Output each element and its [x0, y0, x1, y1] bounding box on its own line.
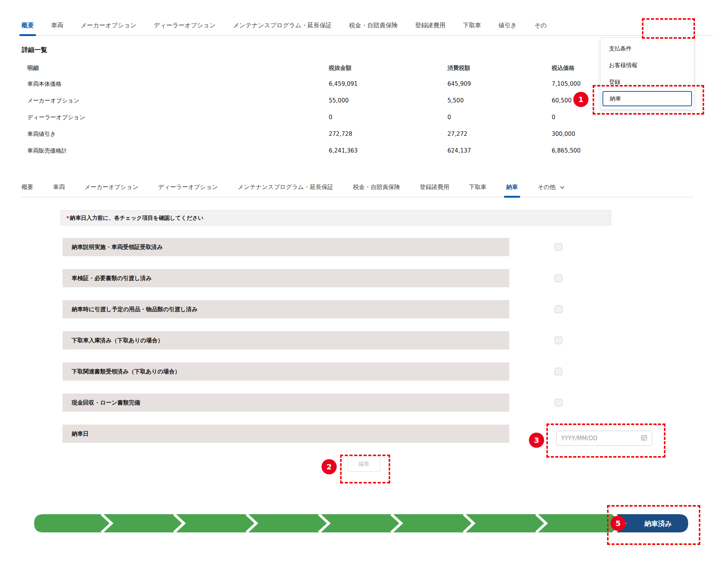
tab2-other-label: その他 — [538, 184, 555, 190]
tab-registration-fees[interactable]: 登録諸費用 — [415, 22, 446, 35]
tab2-maker-options[interactable]: メーカーオプション — [85, 183, 138, 197]
required-asterisk: * — [66, 215, 69, 221]
menu-item-payment-terms[interactable]: 支払条件 — [601, 40, 694, 57]
annotation-step-3: 3 — [529, 433, 544, 448]
list-item: 車検証・必要書類の引渡し済み — [63, 269, 728, 287]
row-label: ディーラーオプション — [27, 114, 329, 121]
other-tab-dropdown: 支払条件 お客様情報 登録 納車 — [600, 38, 694, 110]
checkbox-tradein-docs[interactable] — [555, 368, 562, 375]
date-placeholder: YYYY/MM/DD — [561, 435, 641, 442]
row-label: 車両販売価格計 — [27, 147, 329, 154]
check-label-bar: 納車日 — [63, 425, 509, 443]
annotation-step-5: 5 — [610, 516, 626, 531]
row-tax: 0 — [447, 114, 552, 121]
tab2-maintenance-warranty[interactable]: メンテナンスプログラム・延長保証 — [238, 183, 333, 197]
chevron-down-icon — [560, 184, 565, 190]
tab-vehicle[interactable]: 車両 — [51, 22, 63, 35]
tab-overview[interactable]: 概要 — [22, 22, 34, 35]
edit-row: 編集 — [0, 456, 728, 472]
tab2-overview[interactable]: 概要 — [22, 183, 33, 197]
col-header-item: 明細 — [27, 65, 329, 72]
row-label: 車両値引き — [27, 131, 329, 138]
row-pretax: 272,728 — [329, 131, 447, 137]
list-item-delivery-date: 納車日 YYYY/MM/DD — [63, 425, 728, 443]
row-pretax: 6,459,091 — [329, 80, 447, 87]
list-item: 下取車入庫済み（下取ありの場合） — [63, 331, 728, 349]
tab-trade-in[interactable]: 下取車 — [463, 22, 481, 35]
row-pretax: 55,000 — [329, 97, 447, 104]
tab-other[interactable]: その — [534, 22, 547, 35]
row-tax: 645,909 — [447, 80, 552, 87]
check-label-bar: 車検証・必要書類の引渡し済み — [63, 269, 509, 287]
row-tax: 27,272 — [447, 131, 552, 137]
checkbox-tradein-received[interactable] — [555, 337, 562, 344]
check-label-bar: 現金回収・ローン書類完備 — [63, 394, 509, 412]
secondary-tabbar: 概要 車両 メーカーオプション ディーラーオプション メンテナンスプログラム・延… — [22, 179, 694, 197]
status-progress-bar: 納車済み — [34, 514, 688, 532]
table-row: 車両値引き 272,728 27,272 300,000 — [27, 126, 713, 142]
notice-bar: * 納車日入力前に、各チェック項目を確認してください — [61, 210, 611, 225]
checkbox-inspection-docs[interactable] — [555, 274, 562, 282]
col-header-tax: 消費税額 — [447, 65, 552, 72]
check-label-bar: 納車時に引渡し予定の用品・物品類の引渡し済み — [63, 300, 509, 318]
checkbox-payment-docs[interactable] — [555, 399, 562, 406]
delivery-checklist: 納車説明実施・車両受領証受取済み 車検証・必要書類の引渡し済み 納車時に引渡し予… — [63, 238, 728, 443]
list-item: 納車時に引渡し予定の用品・物品類の引渡し済み — [63, 300, 728, 318]
row-total: 6,865,500 — [552, 147, 713, 154]
tab2-other[interactable]: その他 — [538, 183, 565, 197]
delivery-date-input[interactable]: YYYY/MM/DD — [556, 431, 652, 446]
row-total: 300,000 — [552, 131, 713, 137]
menu-item-delivery[interactable]: 納車 — [602, 91, 692, 106]
tab-dealer-options[interactable]: ディーラーオプション — [154, 22, 216, 35]
row-tax: 624,137 — [447, 147, 552, 154]
notice-text: 納車日入力前に、各チェック項目を確認してください — [70, 214, 204, 222]
tab-tax-insurance[interactable]: 税金・自賠責保険 — [349, 22, 398, 35]
menu-item-customer-info[interactable]: お客様情報 — [601, 57, 694, 74]
annotation-step-2: 2 — [322, 459, 337, 474]
row-pretax: 6,241,363 — [329, 147, 447, 154]
list-item: 納車説明実施・車両受領証受取済み — [63, 238, 728, 256]
progress-final-label: 納車済み — [644, 519, 672, 527]
list-item: 現金回収・ローン書類完備 — [63, 394, 728, 412]
checkbox-delivery-explained[interactable] — [555, 243, 562, 251]
check-label-bar: 下取関連書類受領済み（下取ありの場合） — [63, 362, 509, 381]
calendar-icon[interactable] — [641, 434, 647, 442]
row-label: メーカーオプション — [27, 97, 329, 104]
col-header-pretax: 税抜金額 — [329, 65, 447, 72]
row-pretax: 0 — [329, 114, 447, 121]
row-tax: 5,500 — [447, 97, 552, 104]
tab2-dealer-options[interactable]: ディーラーオプション — [158, 183, 218, 197]
tab-discount[interactable]: 値引き — [499, 22, 517, 35]
tab2-registration-fees[interactable]: 登録諸費用 — [420, 183, 449, 197]
menu-item-registration[interactable]: 登録 — [601, 74, 694, 90]
check-label-bar: 納車説明実施・車両受領証受取済み — [63, 238, 509, 256]
tab2-tax-insurance[interactable]: 税金・自賠責保険 — [353, 183, 400, 197]
check-label-bar: 下取車入庫済み（下取ありの場合） — [63, 331, 509, 349]
list-item: 下取関連書類受領済み（下取ありの場合） — [63, 362, 728, 381]
annotation-step-1: 1 — [573, 92, 588, 107]
tab-maker-options[interactable]: メーカーオプション — [81, 22, 136, 35]
row-label: 車両本体価格 — [27, 80, 329, 88]
table-row: ディーラーオプション 0 0 0 — [27, 109, 713, 126]
edit-button[interactable]: 編集 — [348, 456, 380, 472]
table-row: 車両販売価格計 6,241,363 624,137 6,865,500 — [27, 142, 713, 159]
checkbox-goods-handover[interactable] — [555, 305, 562, 313]
tab2-delivery[interactable]: 納車 — [506, 183, 518, 197]
tab2-trade-in[interactable]: 下取車 — [469, 183, 486, 197]
tab-maintenance-warranty[interactable]: メンテナンスプログラム・延長保証 — [233, 22, 332, 35]
row-total: 0 — [552, 114, 713, 121]
delivery-checklist-page: 概要 車両 メーカーオプション ディーラーオプション メンテナンスプログラム・延… — [0, 0, 728, 562]
tab2-vehicle[interactable]: 車両 — [53, 183, 65, 197]
primary-tabbar: 概要 車両 メーカーオプション ディーラーオプション メンテナンスプログラム・延… — [22, 17, 713, 36]
